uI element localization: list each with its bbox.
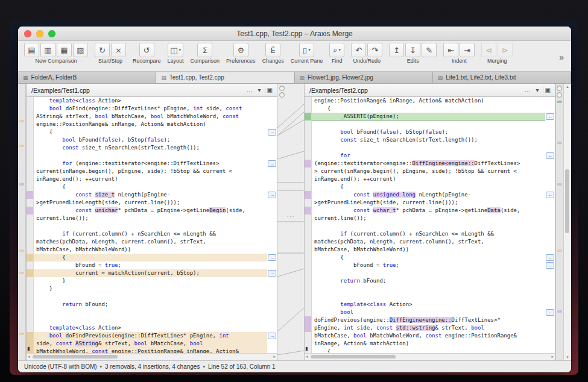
code-text[interactable]: [34, 293, 267, 301]
pane-options-icon[interactable]: …: [523, 87, 533, 93]
code-text[interactable]: }: [34, 285, 267, 293]
tab-life1-txt-life2-txt-life3-txt[interactable]: ▤Life1.txt, Life2.txt, Life3.txt: [433, 72, 571, 83]
code-text[interactable]: [312, 121, 545, 128]
code-text[interactable]: [312, 285, 545, 293]
overview-strip-right[interactable]: [555, 84, 563, 360]
scroll-left-icon[interactable]: ◂: [28, 354, 30, 360]
code-text[interactable]: {: [34, 183, 267, 191]
link-knob-icon[interactable]: [279, 86, 285, 91]
code-text[interactable]: bool doFind(engine::DiffTextLines* pEngi…: [34, 105, 267, 113]
code-text[interactable]: bFound = true;: [312, 261, 545, 269]
scrollbar-thumb[interactable]: [311, 355, 396, 359]
copy-to-left-button[interactable]: ←: [546, 254, 554, 261]
code-text[interactable]: {: [312, 348, 545, 353]
code-text[interactable]: {: [312, 105, 545, 113]
previous-edit-button[interactable]: ↥: [389, 43, 404, 57]
merge-right-button[interactable]: ⊳: [498, 43, 513, 57]
tab-flower1-jpg-flower2-jpg[interactable]: ▥Flower1.jpg, Flower2.jpg: [295, 72, 433, 83]
code-text[interactable]: if (current.column() + nSearchLen <= nLe…: [312, 230, 545, 238]
code-text[interactable]: _ASSERTE(pEngine);: [312, 113, 545, 121]
chevron-down-icon[interactable]: ▾: [256, 87, 263, 93]
comparison-button[interactable]: Σ: [197, 43, 212, 57]
code-text[interactable]: inRange, Action& matchAction): [312, 340, 545, 348]
change-tick[interactable]: [557, 183, 562, 186]
code-text[interactable]: current(inRange.begin(), pEngine, side);…: [34, 168, 267, 175]
new-folder-comparison-button[interactable]: ▦: [57, 43, 72, 57]
code-text[interactable]: inRange.end(); ++current): [312, 175, 545, 183]
copy-to-left-button[interactable]: ←: [546, 113, 554, 120]
pane-detach-icon[interactable]: ▣: [265, 87, 274, 93]
start-button[interactable]: ↻: [95, 43, 110, 57]
code-text[interactable]: const size_t nLength(pEngine-: [34, 191, 267, 199]
code-text[interactable]: bool: [312, 308, 545, 316]
copy-to-left-button[interactable]: ←: [546, 262, 554, 269]
code-text[interactable]: return bFound;: [312, 277, 545, 285]
code-text[interactable]: template<class Action>: [34, 324, 267, 332]
new-text-comparison-button[interactable]: ▤: [24, 43, 39, 57]
code-text[interactable]: const unsigned long nLength(pEngine-: [312, 191, 545, 199]
code-text[interactable]: for: [312, 152, 545, 160]
pane-options-icon[interactable]: …: [245, 87, 254, 93]
change-tick[interactable]: [19, 183, 24, 186]
code-text[interactable]: >getPrunedLineLength(side, current.line(…: [34, 199, 267, 207]
code-text[interactable]: AString& strText, bool bMatchCase, bool …: [34, 113, 267, 121]
preferences-button[interactable]: ⚙: [233, 43, 248, 57]
code-text[interactable]: > current(inRange.begin(), pEngine, side…: [312, 168, 545, 175]
copy-to-right-button[interactable]: →: [268, 333, 276, 339]
tab-foldera-folderb[interactable]: ▦FolderA, FolderB: [18, 72, 156, 83]
right-horizontal-scrollbar[interactable]: ◂ ▸: [305, 353, 555, 360]
copy-to-left-button[interactable]: ←: [546, 192, 554, 198]
change-tick[interactable]: [19, 145, 24, 147]
code-text[interactable]: bMatchWholeWord, const engine::PositionR…: [34, 348, 267, 353]
code-text[interactable]: current.line());: [34, 214, 267, 222]
scroll-right-icon[interactable]: ▸: [551, 354, 554, 360]
copy-to-right-button[interactable]: →: [268, 129, 276, 136]
layout-button[interactable]: ◫▾: [168, 43, 183, 57]
code-text[interactable]: const unichar* pchData = pEngine->getLin…: [34, 207, 267, 214]
code-text[interactable]: {: [312, 183, 545, 191]
copy-to-right-button[interactable]: →: [268, 270, 276, 277]
code-text[interactable]: }: [34, 277, 267, 285]
code-text[interactable]: const wchar_t* pchData = pEngine->getLin…: [312, 207, 545, 214]
code-text[interactable]: matches(pchData, nLength, current.column…: [34, 238, 267, 246]
overview-strip-left[interactable]: [18, 84, 26, 360]
code-text[interactable]: bMatchCase, bMatchWholeWord)): [312, 246, 545, 254]
link-knob-icon[interactable]: [557, 86, 562, 91]
code-text[interactable]: [34, 152, 267, 160]
code-text[interactable]: {: [34, 254, 267, 261]
scrollbar-thumb[interactable]: [33, 355, 118, 359]
code-text[interactable]: matches(pchData, nLength, current.column…: [312, 238, 545, 246]
toolbar-overflow-button[interactable]: »: [555, 52, 567, 63]
code-text[interactable]: const size_t nSearchLen(strText.length()…: [34, 144, 267, 152]
code-text[interactable]: doFindPrevious(engine::DiffEngine<engine…: [312, 316, 545, 324]
change-tick[interactable]: [19, 120, 24, 122]
code-text[interactable]: [312, 222, 545, 230]
code-text[interactable]: engine::PositionRange& inRange, Action& …: [312, 97, 545, 105]
code-text[interactable]: bool bFound(false), bStop(false);: [312, 128, 545, 136]
code-text[interactable]: current.line());: [312, 214, 545, 222]
find-button[interactable]: ⌕▾: [329, 43, 344, 57]
code-text[interactable]: bool bFound(false), bStop(false);: [34, 136, 267, 144]
code-text[interactable]: [312, 269, 545, 277]
scrollbar-thumb[interactable]: [565, 169, 569, 233]
code-text[interactable]: const size_t nSearchLen(strText.length()…: [312, 136, 545, 144]
change-tick[interactable]: [557, 142, 562, 144]
merge-left-button[interactable]: ⊲: [481, 43, 496, 57]
code-text[interactable]: bool doFindPrevious(engine::DiffTextLine…: [34, 332, 267, 340]
change-tick[interactable]: [19, 249, 24, 252]
code-text[interactable]: return bFound;: [34, 301, 267, 308]
change-tick[interactable]: [557, 310, 562, 313]
copy-to-right-button[interactable]: →: [268, 192, 276, 198]
copy-to-left-button[interactable]: ←: [546, 152, 554, 159]
minimize-button[interactable]: [36, 30, 43, 37]
tab-test1-cpp-test2-cpp[interactable]: ▤Test1.cpp, Test2.cpp: [156, 72, 294, 83]
scroll-right-icon[interactable]: ▸: [273, 354, 276, 360]
code-text[interactable]: {: [34, 128, 267, 136]
zoom-button[interactable]: [48, 30, 55, 37]
stop-button[interactable]: ×: [111, 43, 126, 57]
code-text[interactable]: for (engine::textiterator<engine::DiffTe…: [34, 160, 267, 168]
code-text[interactable]: {: [312, 254, 545, 261]
code-text[interactable]: [34, 222, 267, 230]
pane-detach-icon[interactable]: ▣: [543, 87, 552, 93]
outdent-button[interactable]: ⇤: [443, 43, 458, 57]
